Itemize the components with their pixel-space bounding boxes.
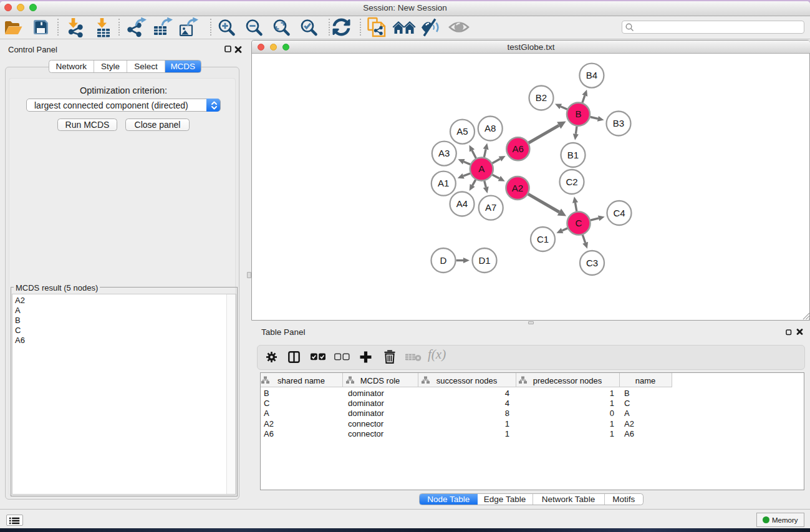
svg-text:A1: A1 [438,178,449,188]
svg-text:A: A [478,163,485,174]
svg-text:D1: D1 [478,254,490,265]
svg-text:C1: C1 [536,233,548,244]
svg-text:A7: A7 [485,202,496,213]
svg-text:A3: A3 [438,148,450,158]
svg-text:B1: B1 [567,149,578,160]
svg-text:A6: A6 [512,143,523,154]
svg-text:B4: B4 [586,70,597,80]
svg-text:B2: B2 [535,92,546,103]
svg-text:C3: C3 [586,257,597,268]
svg-text:C2: C2 [566,176,577,186]
svg-text:B3: B3 [612,118,624,128]
svg-text:C4: C4 [613,207,625,218]
svg-text:A2: A2 [511,182,523,193]
svg-text:A5: A5 [456,126,468,137]
svg-text:A8: A8 [485,123,496,133]
svg-text:C: C [575,218,582,228]
svg-text:A4: A4 [456,198,467,209]
svg-text:D: D [440,254,446,265]
svg-text:B: B [575,109,581,119]
